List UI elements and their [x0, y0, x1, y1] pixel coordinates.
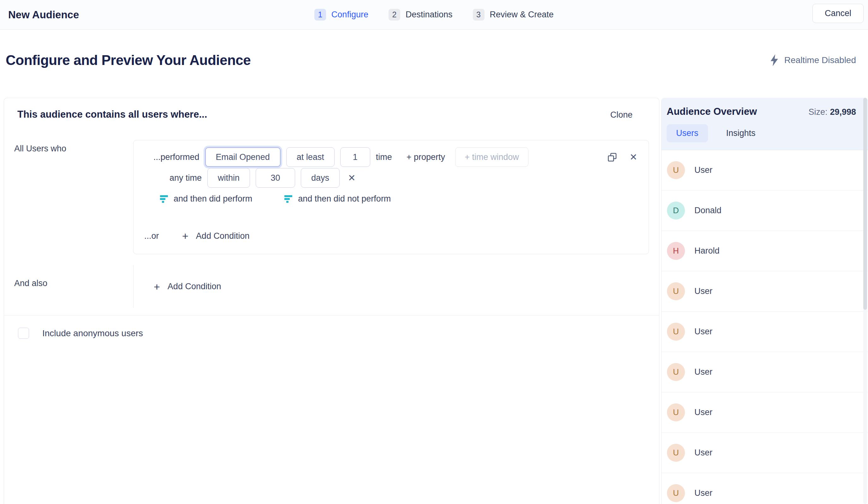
step-destinations[interactable]: 2 Destinations — [389, 9, 453, 21]
and-also-label: And also — [4, 265, 133, 308]
user-row[interactable]: U User — [662, 473, 868, 504]
any-time-label: any time — [169, 173, 202, 183]
or-add-condition-row: ...or + Add Condition — [144, 225, 639, 246]
count-suffix-label: time — [376, 152, 392, 162]
top-bar: New Audience 1 Configure 2 Destinations … — [0, 0, 868, 30]
step-label: Destinations — [406, 10, 453, 20]
user-row[interactable]: U User — [662, 392, 868, 433]
wizard-steps: 1 Configure 2 Destinations 3 Review & Cr… — [314, 9, 554, 21]
remove-condition-icon[interactable]: ✕ — [630, 153, 637, 162]
condition-section: All Users who ...performed Email Opened … — [4, 140, 659, 254]
add-property-button[interactable]: + property — [406, 152, 445, 162]
page-scrollbar-track[interactable] — [863, 98, 867, 504]
avatar: U — [667, 323, 685, 340]
avatar: D — [667, 201, 685, 220]
page-heading-row: Configure and Preview Your Audience Real… — [0, 30, 868, 68]
user-name: User — [694, 408, 712, 417]
include-anonymous-label: Include anonymous users — [42, 328, 143, 338]
overview-title: Audience Overview — [666, 106, 757, 117]
filter-bars-icon — [160, 195, 168, 203]
filter-bars-icon — [285, 195, 293, 203]
and-also-content: + Add Condition — [133, 265, 659, 308]
user-list: U User D Donald H Harold U User U User — [662, 150, 868, 504]
step-label: Configure — [331, 10, 368, 20]
add-time-window-button[interactable]: + time window — [455, 147, 528, 167]
step-number-badge: 1 — [314, 9, 326, 21]
remove-time-window-icon[interactable]: ✕ — [348, 174, 355, 182]
anonymous-users-row: Include anonymous users — [4, 315, 659, 339]
cancel-button[interactable]: Cancel — [813, 4, 864, 23]
avatar: U — [667, 161, 685, 179]
performed-condition-row: ...performed Email Opened at least time … — [153, 147, 639, 167]
time-unit-select-button[interactable]: days — [301, 168, 340, 188]
group-label: All Users who — [4, 140, 133, 254]
user-name: User — [694, 488, 712, 498]
condition-group-box: ...performed Email Opened at least time … — [133, 140, 649, 254]
and-also-add-condition-button[interactable]: + Add Condition — [154, 281, 221, 292]
avatar: U — [667, 363, 685, 381]
tab-insights[interactable]: Insights — [717, 124, 765, 142]
or-add-condition-button[interactable]: + Add Condition — [182, 231, 249, 241]
avatar: U — [667, 403, 685, 421]
condition-row-actions: ✕ — [607, 152, 639, 162]
audience-size: Size:29,998 — [808, 107, 856, 117]
configure-heading: Configure and Preview Your Audience — [6, 52, 251, 68]
add-condition-label: Add Condition — [168, 282, 221, 292]
overview-title-row: Audience Overview Size:29,998 — [666, 106, 856, 117]
user-name: User — [694, 165, 712, 175]
operator-select-button[interactable]: at least — [286, 147, 334, 167]
realtime-status-label: Realtime Disabled — [784, 55, 856, 65]
audience-overview-panel: Audience Overview Size:29,998 Users Insi… — [661, 98, 868, 504]
user-row[interactable]: U User — [662, 312, 868, 352]
step-review-create[interactable]: 3 Review & Create — [473, 9, 554, 21]
avatar: U — [667, 282, 685, 300]
user-row[interactable]: D Donald — [662, 190, 868, 231]
user-row[interactable]: U User — [662, 150, 868, 190]
include-anonymous-checkbox[interactable] — [18, 328, 29, 339]
user-name: User — [694, 448, 712, 458]
performed-prefix-label: ...performed — [153, 152, 199, 162]
user-name: User — [694, 327, 712, 337]
user-row[interactable]: U User — [662, 352, 868, 392]
realtime-status: Realtime Disabled — [770, 54, 856, 66]
event-select-button[interactable]: Email Opened — [205, 147, 281, 167]
lightning-bolt-icon — [770, 54, 779, 66]
size-value: 29,998 — [830, 107, 856, 117]
funnel-link-label: and then did not perform — [298, 194, 391, 204]
page-title: New Audience — [8, 9, 79, 21]
audience-builder-page: New Audience 1 Configure 2 Destinations … — [0, 0, 868, 504]
user-name: Donald — [694, 206, 722, 216]
card-header: This audience contains all users where..… — [4, 98, 659, 120]
avatar: H — [667, 242, 685, 260]
user-row[interactable]: H Harold — [662, 231, 868, 271]
plus-icon: + — [154, 281, 160, 292]
step-configure[interactable]: 1 Configure — [314, 9, 368, 21]
audience-builder-card: This audience contains all users where..… — [4, 98, 659, 504]
user-name: User — [694, 367, 712, 377]
step-number-badge: 3 — [473, 9, 485, 21]
main-content: This audience contains all users where..… — [4, 98, 868, 504]
overview-header: Audience Overview Size:29,998 Users Insi… — [662, 98, 868, 150]
time-window-row: any time within days ✕ — [169, 167, 639, 188]
tab-users[interactable]: Users — [666, 124, 708, 142]
and-then-did-perform-link[interactable]: and then did perform — [160, 194, 252, 204]
user-row[interactable]: U User — [662, 433, 868, 473]
user-row[interactable]: U User — [662, 271, 868, 312]
avatar: U — [667, 484, 685, 502]
funnel-links-row: and then did perform and t — [160, 191, 639, 207]
page-scrollbar-thumb[interactable] — [863, 98, 867, 310]
time-amount-input[interactable] — [256, 168, 295, 188]
card-title: This audience contains all users where..… — [17, 109, 207, 120]
duplicate-icon[interactable] — [607, 152, 617, 162]
step-label: Review & Create — [490, 10, 554, 20]
count-input[interactable] — [340, 147, 370, 167]
user-name: Harold — [694, 246, 720, 256]
clone-button[interactable]: Clone — [610, 109, 632, 120]
step-number-badge: 2 — [389, 9, 400, 21]
within-select-button[interactable]: within — [207, 168, 250, 188]
plus-icon: + — [182, 231, 188, 241]
and-then-did-not-perform-link[interactable]: and then did not perform — [285, 194, 391, 204]
user-name: User — [694, 286, 712, 296]
or-label: ...or — [144, 231, 182, 241]
and-also-section: And also + Add Condition — [4, 265, 659, 308]
